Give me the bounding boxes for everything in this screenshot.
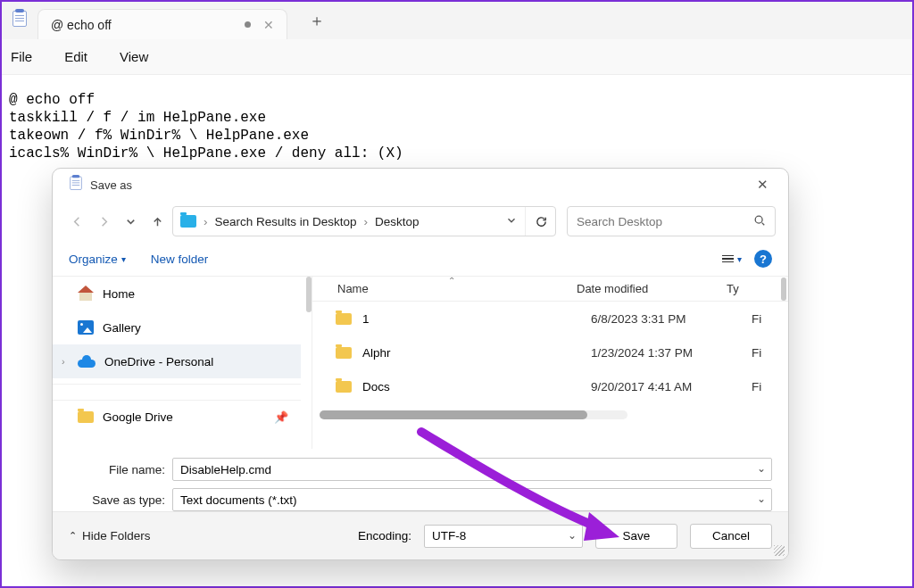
pin-icon[interactable]: 📌: [274, 410, 288, 424]
save-button[interactable]: Save: [595, 524, 677, 549]
column-headers: Name ⌃ Date modified Ty: [312, 277, 788, 302]
sort-indicator-icon: ⌃: [448, 276, 455, 286]
table-row[interactable]: Alphr 1/23/2024 1:37 PM Fi: [330, 335, 788, 369]
save-type-value: Text documents (*.txt): [180, 493, 297, 507]
menu-file[interactable]: File: [11, 49, 32, 64]
save-fields: File name: ⌄ Save as type: Text document…: [53, 449, 788, 511]
document-tab[interactable]: @ echo off ✕: [37, 9, 287, 39]
file-rows: 1 6/8/2023 3:31 PM Fi Alphr 1/23/2024 1:…: [312, 302, 788, 403]
notepad-icon: [11, 11, 29, 30]
window-frame: @ echo off ✕ ＋ File Edit View @ echo off…: [0, 0, 914, 588]
search-input[interactable]: [577, 215, 753, 228]
resize-grip-icon[interactable]: [774, 545, 785, 556]
chevron-down-icon[interactable]: ⌄: [568, 529, 577, 542]
breadcrumb-separator-icon: ›: [204, 215, 208, 228]
column-header-date[interactable]: Date modified: [577, 282, 727, 295]
dialog-footer: ⌃ Hide Folders Encoding: UTF-8 ⌄ Save Ca…: [53, 511, 788, 559]
new-tab-button[interactable]: ＋: [303, 10, 330, 31]
hide-folders-toggle[interactable]: ⌃ Hide Folders: [69, 529, 151, 542]
dialog-titlebar: Save as ✕: [53, 169, 788, 201]
unsaved-indicator-icon: [245, 21, 251, 28]
search-box[interactable]: [567, 206, 776, 236]
dialog-title: Save as: [90, 178, 132, 192]
save-type-combo[interactable]: Text documents (*.txt) ⌄: [172, 488, 772, 511]
cancel-button[interactable]: Cancel: [690, 524, 772, 549]
sidebar-item-home[interactable]: Home: [53, 277, 301, 311]
menu-edit[interactable]: Edit: [64, 49, 87, 64]
dialog-toolbar: Organize▾ New folder ▾ ?: [53, 242, 788, 276]
chevron-down-icon: ▾: [121, 254, 126, 264]
location-dropdown-icon[interactable]: [505, 214, 518, 229]
folder-icon: [336, 381, 352, 393]
organize-menu[interactable]: Organize▾: [69, 253, 126, 266]
folder-icon: [336, 347, 352, 359]
breadcrumb-segment[interactable]: Desktop: [375, 215, 420, 228]
folder-icon: [180, 215, 196, 228]
home-icon: [78, 286, 94, 301]
nav-row: › Search Results in Desktop › Desktop: [53, 201, 788, 242]
file-name-label: File name:: [69, 463, 165, 476]
svg-point-0: [755, 216, 762, 223]
encoding-label: Encoding:: [358, 529, 411, 542]
sidebar-item-onedrive[interactable]: › OneDrive - Personal: [53, 344, 301, 378]
nav-up-button[interactable]: [145, 207, 169, 236]
file-name-input[interactable]: [180, 463, 764, 476]
menu-view[interactable]: View: [120, 49, 148, 64]
chevron-down-icon: ▾: [737, 254, 742, 264]
close-icon[interactable]: ✕: [748, 173, 777, 196]
chevron-down-icon[interactable]: ⌄: [757, 462, 766, 475]
folder-icon: [336, 313, 352, 325]
table-row[interactable]: 1 6/8/2023 3:31 PM Fi: [330, 302, 788, 335]
new-folder-button[interactable]: New folder: [151, 253, 209, 266]
chevron-right-icon[interactable]: ›: [62, 356, 65, 367]
help-icon[interactable]: ?: [754, 250, 772, 268]
filelist-scrollbar[interactable]: [781, 277, 786, 301]
nav-recent-button[interactable]: [119, 207, 142, 236]
dialog-body: Home Gallery › OneDrive - Personal Googl…: [53, 276, 788, 449]
notepad-icon: [69, 177, 84, 194]
save-type-label: Save as type:: [69, 493, 165, 507]
sidebar-item-google-drive[interactable]: Google Drive 📌: [53, 400, 301, 434]
horizontal-scrollbar[interactable]: [320, 410, 627, 419]
column-header-type[interactable]: Ty: [727, 282, 781, 295]
breadcrumb-segment[interactable]: Search Results in Desktop: [215, 215, 357, 228]
sidebar-item-gallery[interactable]: Gallery: [53, 311, 301, 344]
sidebar-scrollbar[interactable]: [301, 277, 312, 449]
chevron-up-icon: ⌃: [69, 530, 77, 542]
refresh-icon[interactable]: [525, 207, 548, 236]
breadcrumb-separator-icon: ›: [364, 215, 369, 228]
file-name-combo[interactable]: ⌄: [172, 458, 772, 481]
chevron-down-icon[interactable]: ⌄: [757, 493, 766, 505]
document-tab-title: @ echo off: [51, 18, 112, 32]
nav-forward-button[interactable]: [92, 207, 115, 236]
gallery-icon: [78, 320, 94, 335]
navigation-pane: Home Gallery › OneDrive - Personal Googl…: [53, 277, 301, 449]
search-icon: [753, 214, 766, 229]
nav-back-button[interactable]: [65, 207, 88, 236]
view-options-button[interactable]: ▾: [722, 254, 742, 264]
onedrive-icon: [78, 356, 96, 368]
file-list-pane: Name ⌃ Date modified Ty 1 6/8/2023 3:31 …: [312, 277, 788, 449]
menu-bar: File Edit View: [2, 39, 912, 75]
save-as-dialog: Save as ✕ › Search Results in Desktop › …: [52, 168, 789, 560]
folder-icon: [78, 411, 94, 423]
list-view-icon: [722, 255, 734, 263]
close-tab-icon[interactable]: ✕: [263, 18, 274, 32]
location-bar[interactable]: › Search Results in Desktop › Desktop: [172, 206, 556, 236]
table-row[interactable]: Docs 9/20/2017 4:41 AM Fi: [330, 369, 788, 403]
tab-strip: @ echo off ✕ ＋: [2, 2, 912, 39]
column-header-name[interactable]: Name: [337, 282, 577, 295]
encoding-combo[interactable]: UTF-8 ⌄: [424, 525, 583, 548]
encoding-value: UTF-8: [432, 529, 466, 542]
